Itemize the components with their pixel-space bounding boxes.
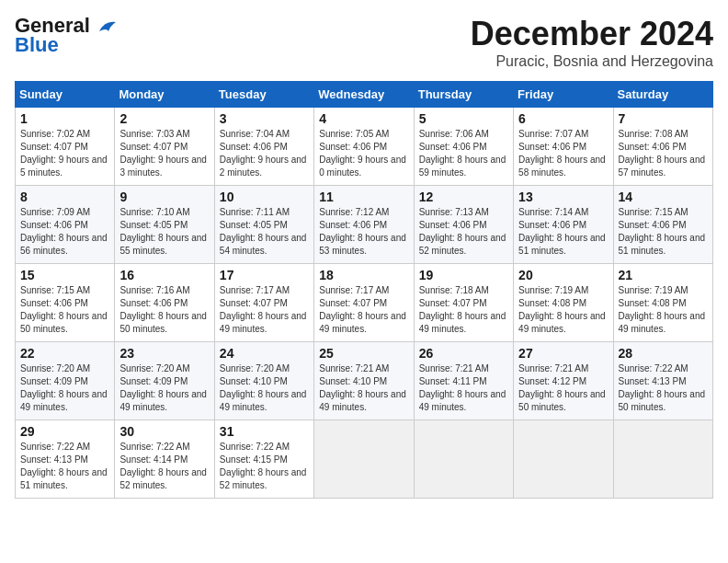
calendar-cell: 2 Sunrise: 7:03 AM Sunset: 4:07 PM Dayli… bbox=[115, 108, 214, 186]
day-number: 10 bbox=[220, 190, 309, 204]
day-number: 25 bbox=[319, 346, 408, 361]
day-number: 6 bbox=[518, 111, 608, 126]
week-row-1: 1 Sunrise: 7:02 AM Sunset: 4:07 PM Dayli… bbox=[16, 108, 713, 186]
day-info: Sunrise: 7:16 AM Sunset: 4:06 PM Dayligh… bbox=[119, 284, 209, 336]
day-number: 9 bbox=[119, 190, 209, 204]
day-info: Sunrise: 7:09 AM Sunset: 4:06 PM Dayligh… bbox=[20, 206, 109, 258]
day-number: 22 bbox=[20, 346, 109, 361]
calendar-cell: 11 Sunrise: 7:12 AM Sunset: 4:06 PM Dayl… bbox=[314, 186, 414, 264]
calendar-cell bbox=[414, 420, 513, 499]
day-number: 14 bbox=[619, 190, 708, 204]
calendar-cell: 27 Sunrise: 7:21 AM Sunset: 4:12 PM Dayl… bbox=[514, 342, 613, 420]
calendar-cell: 28 Sunrise: 7:22 AM Sunset: 4:13 PM Dayl… bbox=[613, 342, 712, 420]
weekday-saturday: Saturday bbox=[613, 82, 712, 108]
calendar-cell: 18 Sunrise: 7:17 AM Sunset: 4:07 PM Dayl… bbox=[314, 264, 414, 342]
day-number: 15 bbox=[20, 268, 109, 282]
calendar-cell: 21 Sunrise: 7:19 AM Sunset: 4:08 PM Dayl… bbox=[613, 264, 712, 342]
week-row-4: 22 Sunrise: 7:20 AM Sunset: 4:09 PM Dayl… bbox=[16, 342, 713, 420]
day-info: Sunrise: 7:12 AM Sunset: 4:06 PM Dayligh… bbox=[319, 206, 408, 258]
weekday-header-row: SundayMondayTuesdayWednesdayThursdayFrid… bbox=[16, 82, 713, 108]
calendar-cell: 12 Sunrise: 7:13 AM Sunset: 4:06 PM Dayl… bbox=[414, 186, 513, 264]
calendar-cell: 16 Sunrise: 7:16 AM Sunset: 4:06 PM Dayl… bbox=[115, 264, 214, 342]
day-number: 3 bbox=[220, 111, 309, 126]
calendar-cell: 20 Sunrise: 7:19 AM Sunset: 4:08 PM Dayl… bbox=[514, 264, 613, 342]
day-info: Sunrise: 7:22 AM Sunset: 4:15 PM Dayligh… bbox=[220, 441, 309, 492]
calendar-cell: 13 Sunrise: 7:14 AM Sunset: 4:06 PM Dayl… bbox=[514, 186, 613, 264]
calendar-cell: 29 Sunrise: 7:22 AM Sunset: 4:13 PM Dayl… bbox=[16, 420, 115, 499]
day-number: 19 bbox=[419, 268, 508, 282]
month-title: December 2024 bbox=[471, 15, 713, 53]
day-info: Sunrise: 7:02 AM Sunset: 4:07 PM Dayligh… bbox=[20, 128, 109, 179]
logo-blue: Blue bbox=[15, 33, 59, 57]
day-info: Sunrise: 7:10 AM Sunset: 4:05 PM Dayligh… bbox=[119, 206, 209, 258]
week-row-3: 15 Sunrise: 7:15 AM Sunset: 4:06 PM Dayl… bbox=[16, 264, 713, 342]
calendar-cell: 22 Sunrise: 7:20 AM Sunset: 4:09 PM Dayl… bbox=[16, 342, 115, 420]
day-info: Sunrise: 7:17 AM Sunset: 4:07 PM Dayligh… bbox=[220, 284, 309, 336]
day-info: Sunrise: 7:20 AM Sunset: 4:09 PM Dayligh… bbox=[119, 362, 209, 414]
day-info: Sunrise: 7:18 AM Sunset: 4:07 PM Dayligh… bbox=[419, 284, 508, 336]
day-number: 2 bbox=[119, 111, 209, 126]
day-number: 16 bbox=[119, 268, 209, 282]
calendar-cell: 30 Sunrise: 7:22 AM Sunset: 4:14 PM Dayl… bbox=[115, 420, 214, 499]
weekday-wednesday: Wednesday bbox=[314, 82, 414, 108]
day-number: 18 bbox=[319, 268, 408, 282]
logo: General Blue bbox=[15, 15, 118, 57]
day-number: 4 bbox=[319, 111, 408, 126]
day-info: Sunrise: 7:03 AM Sunset: 4:07 PM Dayligh… bbox=[119, 128, 209, 179]
calendar-cell bbox=[613, 420, 712, 499]
day-info: Sunrise: 7:14 AM Sunset: 4:06 PM Dayligh… bbox=[518, 206, 608, 258]
calendar-cell: 10 Sunrise: 7:11 AM Sunset: 4:05 PM Dayl… bbox=[214, 186, 313, 264]
day-number: 20 bbox=[518, 268, 608, 282]
day-info: Sunrise: 7:19 AM Sunset: 4:08 PM Dayligh… bbox=[518, 284, 608, 336]
day-info: Sunrise: 7:22 AM Sunset: 4:14 PM Dayligh… bbox=[119, 441, 209, 492]
day-number: 21 bbox=[619, 268, 708, 282]
logo-bird-icon bbox=[97, 18, 118, 35]
calendar-cell: 24 Sunrise: 7:20 AM Sunset: 4:10 PM Dayl… bbox=[214, 342, 313, 420]
day-number: 31 bbox=[220, 424, 309, 439]
title-section: December 2024 Puracic, Bosnia and Herzeg… bbox=[471, 15, 713, 70]
calendar-cell: 6 Sunrise: 7:07 AM Sunset: 4:06 PM Dayli… bbox=[514, 108, 613, 186]
calendar-cell: 3 Sunrise: 7:04 AM Sunset: 4:06 PM Dayli… bbox=[214, 108, 313, 186]
day-number: 27 bbox=[518, 346, 608, 361]
day-number: 13 bbox=[518, 190, 608, 204]
day-info: Sunrise: 7:20 AM Sunset: 4:09 PM Dayligh… bbox=[20, 362, 109, 414]
calendar-cell: 4 Sunrise: 7:05 AM Sunset: 4:06 PM Dayli… bbox=[314, 108, 414, 186]
day-number: 26 bbox=[419, 346, 508, 361]
weekday-monday: Monday bbox=[115, 82, 214, 108]
calendar-cell: 7 Sunrise: 7:08 AM Sunset: 4:06 PM Dayli… bbox=[613, 108, 712, 186]
day-info: Sunrise: 7:15 AM Sunset: 4:06 PM Dayligh… bbox=[619, 206, 708, 258]
day-info: Sunrise: 7:13 AM Sunset: 4:06 PM Dayligh… bbox=[419, 206, 508, 258]
day-number: 8 bbox=[20, 190, 109, 204]
day-info: Sunrise: 7:20 AM Sunset: 4:10 PM Dayligh… bbox=[220, 362, 309, 414]
day-info: Sunrise: 7:05 AM Sunset: 4:06 PM Dayligh… bbox=[319, 128, 408, 179]
day-info: Sunrise: 7:06 AM Sunset: 4:06 PM Dayligh… bbox=[419, 128, 508, 179]
day-number: 30 bbox=[119, 424, 209, 439]
page-header: General Blue December 2024 Puracic, Bosn… bbox=[15, 15, 713, 70]
calendar-cell: 25 Sunrise: 7:21 AM Sunset: 4:10 PM Dayl… bbox=[314, 342, 414, 420]
calendar-cell: 9 Sunrise: 7:10 AM Sunset: 4:05 PM Dayli… bbox=[115, 186, 214, 264]
calendar-cell: 23 Sunrise: 7:20 AM Sunset: 4:09 PM Dayl… bbox=[115, 342, 214, 420]
day-number: 24 bbox=[220, 346, 309, 361]
calendar-cell: 1 Sunrise: 7:02 AM Sunset: 4:07 PM Dayli… bbox=[16, 108, 115, 186]
calendar-cell bbox=[514, 420, 613, 499]
calendar-cell: 17 Sunrise: 7:17 AM Sunset: 4:07 PM Dayl… bbox=[214, 264, 313, 342]
day-info: Sunrise: 7:08 AM Sunset: 4:06 PM Dayligh… bbox=[619, 128, 708, 179]
calendar-cell: 8 Sunrise: 7:09 AM Sunset: 4:06 PM Dayli… bbox=[16, 186, 115, 264]
calendar-cell: 26 Sunrise: 7:21 AM Sunset: 4:11 PM Dayl… bbox=[414, 342, 513, 420]
day-number: 28 bbox=[619, 346, 708, 361]
location-title: Puracic, Bosnia and Herzegovina bbox=[471, 53, 713, 70]
day-info: Sunrise: 7:11 AM Sunset: 4:05 PM Dayligh… bbox=[220, 206, 309, 258]
day-info: Sunrise: 7:07 AM Sunset: 4:06 PM Dayligh… bbox=[518, 128, 608, 179]
calendar-cell bbox=[314, 420, 414, 499]
week-row-5: 29 Sunrise: 7:22 AM Sunset: 4:13 PM Dayl… bbox=[16, 420, 713, 499]
calendar-cell: 14 Sunrise: 7:15 AM Sunset: 4:06 PM Dayl… bbox=[613, 186, 712, 264]
day-info: Sunrise: 7:22 AM Sunset: 4:13 PM Dayligh… bbox=[619, 362, 708, 414]
day-number: 7 bbox=[619, 111, 708, 126]
day-info: Sunrise: 7:17 AM Sunset: 4:07 PM Dayligh… bbox=[319, 284, 408, 336]
weekday-friday: Friday bbox=[514, 82, 613, 108]
day-number: 11 bbox=[319, 190, 408, 204]
day-number: 17 bbox=[220, 268, 309, 282]
day-info: Sunrise: 7:15 AM Sunset: 4:06 PM Dayligh… bbox=[20, 284, 109, 336]
day-info: Sunrise: 7:21 AM Sunset: 4:10 PM Dayligh… bbox=[319, 362, 408, 414]
week-row-2: 8 Sunrise: 7:09 AM Sunset: 4:06 PM Dayli… bbox=[16, 186, 713, 264]
